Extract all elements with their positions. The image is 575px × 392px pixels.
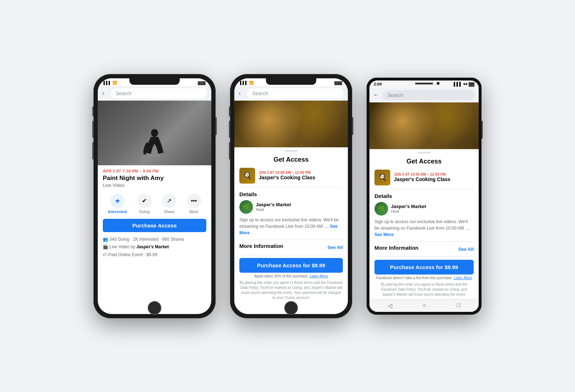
live-video-meta: 🎬 Live Video by Jasper's Market	[103, 243, 206, 251]
event-title-1: Paint Night with Amy	[103, 175, 206, 182]
side-button-left3	[92, 142, 93, 160]
more-button[interactable]: ••• More	[187, 194, 201, 214]
purchase-modal-button-3[interactable]: Purchase Access for $9.99	[374, 260, 474, 275]
p3-battery-icon: ▓▓	[469, 82, 474, 86]
purchase-access-button-1[interactable]: Purchase Access	[103, 219, 206, 232]
p3-wifi-icon: ▾▾	[463, 82, 469, 86]
divider-2b	[239, 255, 343, 255]
going-button[interactable]: ✔ Going	[137, 194, 152, 214]
svg-point-0	[151, 129, 158, 137]
more-info-row-3: More Information See All	[374, 245, 474, 254]
event-date-1: APR 3 AT 7:30 PM – 9:00 PM	[103, 169, 206, 173]
wifi-icon: 📶	[112, 81, 117, 85]
description-3: Sign up to access our exclusive live vid…	[374, 218, 474, 238]
share-button[interactable]: ↗ Share	[162, 194, 176, 214]
modal-event-name-3: Jasper's Cooking Class	[394, 176, 450, 182]
phone-2-side-right	[352, 117, 353, 135]
more-info-label-3: More Information	[374, 245, 419, 251]
host-role-2: Host	[256, 207, 291, 212]
p3-status-right: ▌▌▌ ▾▾ ▓▓	[454, 82, 474, 87]
event-image-2	[234, 101, 348, 147]
share-label: Share	[164, 209, 174, 214]
p2-signal-icon: ▌▌▌	[240, 81, 248, 85]
event-meta-1: 👥 340 Going · 2K Interested · 660 Shares…	[103, 236, 206, 259]
divider-3b	[374, 257, 474, 257]
fb-fee-3: Facebook doesn't take a fee from this pu…	[374, 276, 474, 280]
phone-1-screen: ▌▌▌ 📶 2:04 PM ▓▓▓ ‹ Search	[98, 78, 211, 314]
event-image-bg	[98, 101, 211, 165]
more-info-label-2: More Information	[239, 243, 284, 249]
search-input-3[interactable]: Search	[382, 90, 475, 100]
modal-sheet-2: Get Access 🍳 JUN 3 AT 10:00 AM – 12:00 P…	[234, 145, 348, 314]
host-avatar-2: 🌿	[239, 200, 253, 214]
modal-handle-3	[418, 152, 431, 153]
android-nav-bar: ◁ ○ □	[369, 299, 479, 312]
back-button-1[interactable]: ‹	[102, 89, 108, 97]
event-details-1: APR 3 AT 7:30 PM – 9:00 PM Paint Night w…	[98, 165, 211, 314]
back-nav-icon[interactable]: ◁	[388, 302, 392, 309]
video-icon: 🎬	[103, 244, 109, 249]
search-input-1[interactable]: Search	[111, 88, 207, 98]
nav-bar-2: ‹ Search	[234, 86, 348, 101]
scene: ▌▌▌ 📶 2:04 PM ▓▓▓ ‹ Search	[0, 0, 575, 392]
interested-label: Interested	[108, 209, 127, 214]
phone-2-side-left1	[229, 106, 230, 116]
event-subtitle-1: Live Video	[103, 183, 206, 188]
check-icon: ✔	[142, 197, 147, 204]
home-button[interactable]	[148, 301, 161, 315]
modal-title-2: Get Access	[239, 156, 343, 163]
event-row-3: 🍳 JUN 3 AT 10:00 AM – 12:00 PM Jasper's …	[374, 170, 474, 189]
back-button-3[interactable]: ←	[373, 91, 380, 99]
divider-3a	[374, 241, 474, 242]
phone-3: 2:04 ▌▌▌ ▾▾ ▓▓ ← Search	[367, 78, 482, 315]
phone-2-side-left2	[229, 121, 230, 138]
status-icons-right: ▓▓▓	[198, 81, 206, 85]
event-image-3	[369, 102, 479, 149]
p2-status-left: ▌▌▌ 📶	[240, 81, 253, 85]
event-row-2: 🍳 JUN 3 AT 10:00 AM – 12:00 PM Jasper's …	[239, 168, 343, 188]
more-info-row-2: More Information See All	[239, 243, 343, 252]
back-button-2[interactable]: ‹	[239, 89, 244, 97]
p2-battery-icon: ▓▓▓	[334, 81, 342, 85]
phone-3-speaker	[415, 83, 433, 84]
going-icon-circle: ✔	[137, 194, 152, 208]
attendee-count: 👥 340 Going · 2K Interested · 660 Shares	[103, 236, 206, 244]
modal-event-name-2: Jasper's Cooking Class	[259, 175, 315, 180]
home-nav-icon[interactable]: ○	[423, 302, 426, 309]
phone-2-home[interactable]	[284, 301, 298, 315]
side-button-left2	[92, 121, 93, 138]
learn-more-link-2[interactable]: Learn More	[309, 274, 328, 278]
share-icon: ↗	[167, 197, 171, 204]
interested-button[interactable]: ★ Interested	[108, 194, 127, 214]
event-thumb-3: 🍳	[374, 170, 390, 185]
see-all-2[interactable]: See All	[327, 245, 343, 250]
phone-2-side-left3	[229, 142, 230, 160]
phone-2-notch	[266, 78, 316, 85]
host-row-2: 🌿 Jasper's Market Host	[239, 200, 343, 214]
modal-event-date-2: JUN 3 AT 10:00 AM – 12:00 PM	[259, 171, 315, 175]
learn-more-link-3[interactable]: Learn More	[454, 276, 472, 280]
share-icon-circle: ↗	[162, 194, 176, 208]
search-input-2[interactable]: Search	[247, 88, 344, 98]
person-silhouette	[138, 126, 171, 165]
p2-status-right: ▓▓▓	[334, 81, 342, 85]
host-name-2: Jasper's Market	[256, 202, 291, 207]
more-label: More	[189, 209, 198, 214]
phone-2: ▌▌▌ 📶 2:04 PM ▓▓▓ ‹ Search	[230, 74, 352, 318]
apple-fee-2: Apple takes 30% of this purchase. Learn …	[239, 274, 343, 278]
nav-bar-3: ← Search	[369, 88, 479, 102]
p3-signal-icon: ▌▌▌	[454, 82, 462, 86]
modal-sheet-3: Get Access 🍳 JUN 3 AT 10:00 AM – 12:00 P…	[369, 147, 479, 299]
recent-nav-icon[interactable]: □	[457, 302, 461, 309]
people-icon: 👥	[103, 237, 109, 242]
details-label-2: Details	[239, 191, 343, 197]
event-thumb-2: 🍳	[239, 168, 255, 184]
phone-notch	[129, 78, 180, 85]
food-bg-2	[234, 101, 348, 147]
event-image-1	[98, 101, 211, 165]
see-more-3[interactable]: See More	[374, 232, 394, 237]
details-label-3: Details	[374, 193, 474, 199]
purchase-modal-button-2[interactable]: Purchase Access for $9.99	[239, 258, 343, 273]
see-all-3[interactable]: See All	[458, 246, 474, 252]
modal-event-date-3: JUN 3 AT 10:00 AM – 12:00 PM	[394, 172, 450, 176]
